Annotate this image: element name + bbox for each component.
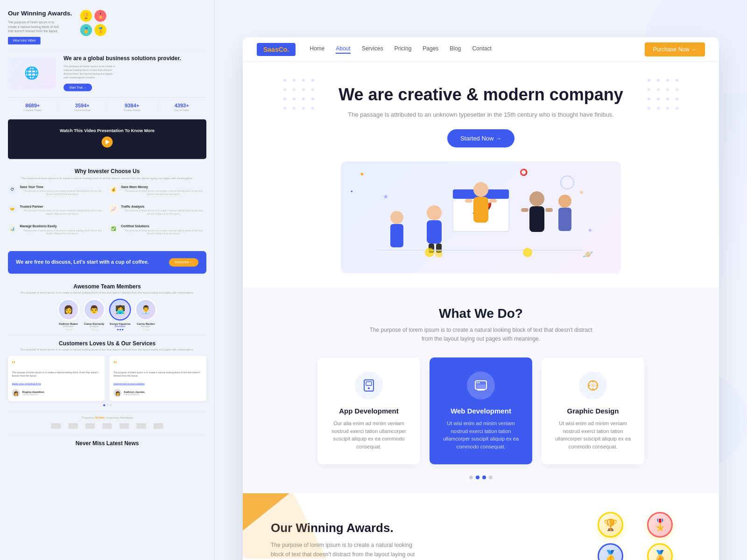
testimonial-link-1[interactable]: digital copy consulting firms: [12, 383, 41, 385]
hero-section: We are creative & modern company The pas…: [243, 62, 719, 287]
svg-point-6: [302, 88, 305, 91]
carousel-dots: [271, 476, 691, 479]
what-title: What We Do?: [271, 306, 691, 321]
svg-point-21: [657, 88, 660, 91]
nav-links: Home About Services Pricing Pages Blog C…: [310, 45, 644, 54]
logo: SaasCo.: [257, 43, 296, 56]
left-awards-desc: The purpose of lorem ipsum is to create …: [8, 20, 60, 34]
member-name-2: Caine Kennedy: [84, 322, 106, 325]
stat-label-3: Positive Review: [107, 109, 157, 112]
svg-point-67: [591, 384, 595, 387]
testimonial-1: " The purpose of lorem ipsum is to creat…: [8, 356, 105, 401]
testimonial-dots: [8, 404, 206, 406]
nav-pricing[interactable]: Pricing: [395, 45, 412, 54]
feature-item-6: ✅ Certified Solutions The purpose of lor…: [109, 224, 206, 240]
svg-point-19: [676, 79, 678, 82]
stat-positive-review: 9384+ Positive Review: [107, 102, 157, 112]
author-loc-2: Los of Andorra: [124, 393, 145, 396]
nav-about[interactable]: About: [336, 45, 350, 54]
services-row: App Development Our alia enim ad minim v…: [271, 357, 691, 464]
t-dot-2: [106, 404, 108, 406]
team-member-3: 👩‍💻 Sonya Figueroa Developer: [109, 299, 131, 330]
feature-item-4: 📈 Traffic Analysis The purpose of lorem …: [109, 205, 206, 221]
service-desc-2: Ut wisi enim ad minim veniam nostrud exe…: [441, 420, 521, 450]
service-icon-design: [579, 371, 607, 399]
planet-icon: 🪐: [583, 249, 593, 259]
logo-text: SaasCo: [263, 46, 287, 53]
customers-title: Customers Loves Us & Our Services: [8, 340, 206, 347]
trusted-text: Trusted by 50,000+ Customers Worldwide: [8, 416, 206, 419]
star-icon-2: ✦: [350, 189, 353, 194]
why-section: Why Invester Choose Us The purpose of lo…: [8, 162, 206, 246]
svg-rect-46: [545, 208, 553, 212]
svg-text:★: ★: [579, 189, 584, 196]
team-member-4: 👨‍💼 Carrie Becker Manager: [135, 299, 157, 330]
svg-point-25: [657, 98, 660, 100]
testimonials-list: " The purpose of lorem ipsum is to creat…: [8, 356, 206, 401]
start-trial-btn[interactable]: Start Trial →: [63, 84, 92, 91]
member-avatar-icon-2: 👨: [85, 300, 104, 319]
svg-point-13: [293, 107, 296, 110]
testimonial-link-2[interactable]: experienced account updates: [113, 383, 145, 385]
svg-point-27: [676, 98, 678, 100]
testimonial-2: " The purpose of lorem ipsum is to creat…: [110, 356, 206, 401]
cta-btn[interactable]: Subscribe →: [169, 258, 198, 266]
award-trophy-3: 🥇: [598, 543, 623, 560]
feature-icon-money: 💰: [109, 185, 118, 194]
svg-point-28: [648, 107, 650, 110]
svg-text:★: ★: [383, 193, 389, 200]
left-awards-btn[interactable]: View Intro Video: [8, 37, 41, 44]
member-avatar-2: 👨: [84, 299, 106, 321]
brand-logo-6: [134, 422, 148, 430]
testimonial-text-2: The purpose of lorem ipsum is to create …: [113, 371, 202, 377]
svg-point-0: [283, 79, 286, 82]
stat-label-1: Complete Project: [8, 109, 57, 112]
member-role-1: Developer: [57, 325, 79, 328]
right-awards-section: Our Winning Awards. The purpose of lorem…: [243, 493, 719, 560]
award-icon-1: 🏆: [80, 10, 92, 22]
left-awards-title: Our Winning Awards.: [8, 10, 72, 17]
awards-icons-grid: 🏆 🎖️ 🥇 🏅 🎗️ 🏵️: [598, 512, 691, 560]
trusted-section: Trusted by 50,000+ Customers Worldwide: [8, 411, 206, 435]
brand-logo-4: [100, 422, 114, 430]
feature-item-2: 💰 Save More Money The purpose of lorem i…: [109, 185, 206, 201]
member-name-4: Carrie Becker: [135, 322, 157, 325]
purchase-btn[interactable]: Purchase Now →: [645, 42, 705, 56]
nav-pages[interactable]: Pages: [423, 45, 438, 54]
nav-home[interactable]: Home: [310, 45, 324, 54]
feature-icon-certified: ✅: [109, 224, 118, 233]
member-avatar-1: 👩: [57, 299, 79, 321]
svg-point-15: [311, 107, 314, 110]
nav-blog[interactable]: Blog: [450, 45, 461, 54]
author-loc-1: Los of Andorra: [22, 393, 44, 396]
feature-desc-3: The purpose of lorem ipsum is to create …: [20, 210, 106, 216]
hero-started-btn[interactable]: Started Now →: [447, 129, 514, 147]
quote-mark-1: ": [12, 360, 101, 369]
brand-logos: [8, 422, 206, 430]
svg-point-14: [302, 107, 305, 110]
stat-num-1: 8689+: [8, 102, 57, 108]
carousel-dot-3: [482, 476, 486, 479]
feature-desc-1: The purpose of lorem ipsum is to create …: [20, 190, 106, 196]
nav-services[interactable]: Services: [362, 45, 383, 54]
customers-desc: The purpose of lorem ipsum is to create …: [8, 348, 206, 351]
member-avatar-icon-4: 👨‍💼: [136, 300, 156, 319]
svg-point-35: [427, 205, 442, 220]
team-member-1: 👩 Kathryn Baker Developer: [57, 299, 79, 330]
feature-item-5: 📊 Manage Business Easily The purpose of …: [8, 224, 105, 240]
star-icon-1: ★: [359, 171, 365, 177]
nav-contact[interactable]: Contact: [472, 45, 491, 54]
feature-desc-2: The purpose of lorem ipsum is to create …: [121, 190, 206, 196]
stat-label-2: Total Download: [57, 109, 107, 112]
service-title-3: Graphic Design: [553, 407, 633, 415]
svg-rect-59: [366, 382, 372, 385]
svg-point-62: [477, 382, 478, 384]
svg-point-17: [657, 79, 660, 82]
team-desc: The purpose of lorem ipsum is to create …: [8, 291, 206, 294]
award-icon-4: 🏅: [94, 24, 106, 36]
svg-point-26: [666, 98, 669, 100]
feature-item-3: 🤝 Trusted Partner The purpose of lorem i…: [8, 205, 105, 221]
hero-desc: The passage is attributed to an unknown …: [271, 110, 691, 120]
play-button[interactable]: [102, 136, 113, 147]
carousel-dot-4: [489, 476, 493, 479]
